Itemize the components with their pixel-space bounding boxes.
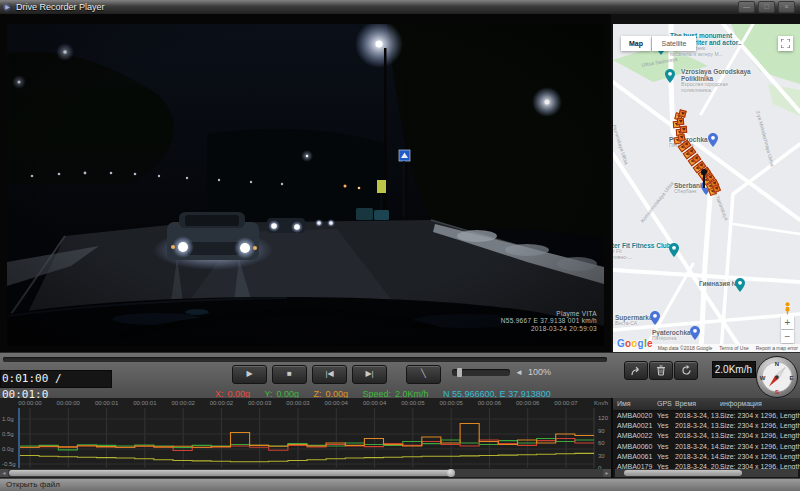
- map-zoom-out-button[interactable]: −: [781, 330, 794, 343]
- stop-icon: ■: [287, 369, 292, 378]
- video-stamp-overlay: Playme VITA N55.9667 E 37.9138 001 km/h …: [501, 310, 597, 333]
- file-row[interactable]: AMBA0061Yes2018-3-24, 14...Size: 2304 x …: [613, 452, 800, 462]
- file-row[interactable]: AMBA0022Yes2018-3-24, 13...Size: 2304 x …: [613, 431, 800, 441]
- file-cell-name: AMBA0022: [617, 431, 652, 441]
- volume-thumb[interactable]: [457, 368, 462, 377]
- svg-text:00:00:02: 00:00:02: [171, 400, 195, 406]
- map-zoom-in-button[interactable]: +: [781, 316, 794, 329]
- volume-slider[interactable]: [452, 369, 510, 376]
- titlebar: ▶ Drive Recorder Player — □ ×: [0, 0, 800, 14]
- refresh-button[interactable]: [674, 361, 698, 380]
- terms-of-use-link[interactable]: Terms of Use: [719, 345, 748, 351]
- report-error-link[interactable]: Report a map error: [756, 345, 798, 351]
- status-bar: Открыть файл: [0, 478, 800, 491]
- file-row[interactable]: AMBA0060Yes2018-3-24, 14...Size: 2304 x …: [613, 442, 800, 452]
- street-label: Ulitsa Sadovaya: [641, 56, 678, 68]
- file-column-header[interactable]: информация: [720, 398, 762, 410]
- drive-recorder-player-window: ▶ Drive Recorder Player — □ ×: [0, 0, 800, 491]
- map-poi-label[interactable]: SupermarketВеста-СА: [615, 314, 655, 327]
- map-poi-label[interactable]: SberbankСбербанк: [674, 182, 704, 195]
- file-cell-gps: Yes: [657, 411, 668, 421]
- play-button[interactable]: ▶: [232, 365, 267, 384]
- previous-file-button[interactable]: |◀: [312, 365, 347, 384]
- file-row[interactable]: AMBA0179Yes2018-3-24, 20...Size: 2304 x …: [613, 462, 800, 469]
- next-file-button[interactable]: ▶|: [352, 365, 387, 384]
- file-list-scrollbar[interactable]: [615, 469, 798, 477]
- video-viewport[interactable]: Playme VITA N55.9667 E 37.9138 001 km/h …: [0, 14, 611, 352]
- svg-text:00:00:03: 00:00:03: [286, 400, 310, 406]
- file-cell-gps: Yes: [657, 442, 668, 452]
- map-poi-label[interactable]: Mister Fit Fitness ClubMister FitСпортив…: [613, 242, 671, 260]
- file-cell-name: AMBA0179: [617, 462, 652, 469]
- file-row[interactable]: AMBA0021Yes2018-3-24, 13...Size: 2304 x …: [613, 421, 800, 431]
- map-poi-pin-icon[interactable]: [735, 278, 745, 292]
- svg-text:00:00:06: 00:00:06: [478, 400, 502, 406]
- map-poi-pin-icon[interactable]: [690, 326, 700, 340]
- file-cell-info: Size: 2304 x 1296, Length: [720, 442, 800, 452]
- graph-scrollbar[interactable]: ◄ ►: [0, 469, 611, 477]
- map-poi-pin-icon[interactable]: [708, 133, 718, 147]
- map-type-map-button[interactable]: Map: [621, 36, 651, 51]
- svg-text:00:00:01: 00:00:01: [95, 400, 119, 406]
- file-cell-time: 2018-3-24, 13...: [675, 421, 724, 431]
- export-icon: [630, 366, 642, 376]
- file-cell-info: Size: 2304 x 1296, Length: [720, 452, 800, 462]
- map-fullscreen-button[interactable]: [778, 36, 793, 51]
- street-label: Pionerskaya Ulitsa: [613, 124, 630, 165]
- map-poi-pin-icon[interactable]: [650, 311, 660, 325]
- map-poi-pin-icon[interactable]: [669, 243, 679, 257]
- route-arrow: [678, 109, 686, 117]
- file-column-header[interactable]: Время: [675, 398, 696, 410]
- compass-s: S: [775, 389, 779, 395]
- svg-text:60: 60: [598, 440, 605, 446]
- route-end-marker: [703, 172, 705, 188]
- file-cell-gps: Yes: [657, 431, 668, 441]
- time-display: 0:01:00 / 00:01:0: [0, 370, 112, 388]
- refresh-icon: [681, 365, 692, 376]
- svg-text:00:00:01: 00:00:01: [133, 400, 157, 406]
- window-title: Drive Recorder Player: [16, 2, 105, 12]
- street-label: 2-ya Molodezhnaya Ulitsa: [755, 110, 776, 167]
- scroll-right-arrow[interactable]: ►: [603, 469, 611, 477]
- status-text: Открыть файл: [6, 480, 60, 489]
- file-cell-info: Size: 2304 x 1296, Length: [720, 462, 800, 469]
- trash-icon: [656, 365, 666, 376]
- play-icon: ▶: [246, 369, 252, 378]
- export-button[interactable]: [624, 361, 648, 380]
- file-row[interactable]: AMBA0020Yes2018-3-24, 13...Size: 2304 x …: [613, 411, 800, 421]
- video-stamp-brand: Playme VITA: [501, 310, 597, 318]
- svg-text:00:00:03: 00:00:03: [248, 400, 272, 406]
- seek-bar[interactable]: [3, 357, 607, 362]
- map-poi-pin-icon[interactable]: [665, 69, 675, 83]
- file-cell-time: 2018-3-24, 20...: [675, 462, 724, 469]
- map-type-satellite-button[interactable]: Satellite: [652, 36, 696, 51]
- file-list-rows: AMBA0020Yes2018-3-24, 13...Size: 2304 x …: [613, 411, 800, 469]
- fullscreen-icon: [781, 39, 790, 48]
- video-scene: [7, 24, 604, 346]
- svg-text:00:00:05: 00:00:05: [401, 400, 425, 406]
- control-bar: 0:01:00 / 00:01:0 ▶ ■ |◀ ▶| ╲ ◄ 100% X:0…: [0, 352, 800, 398]
- file-column-header[interactable]: GPS: [657, 398, 672, 410]
- svg-text:0.5g: 0.5g: [2, 431, 14, 437]
- minimize-button[interactable]: —: [738, 1, 755, 13]
- svg-text:90: 90: [598, 428, 605, 434]
- close-button[interactable]: ×: [778, 1, 795, 13]
- scroll-left-arrow[interactable]: ◄: [0, 469, 8, 477]
- google-logo: Google: [617, 338, 653, 349]
- stop-button[interactable]: ■: [272, 365, 307, 384]
- line-tool-button[interactable]: ╲: [406, 365, 441, 384]
- svg-text:00:00:07: 00:00:07: [554, 400, 578, 406]
- compass: N E S W: [756, 356, 798, 398]
- map-poi-label[interactable]: Vzroslaya GorodskayaPoliklinikaВзрослая …: [681, 68, 751, 93]
- delete-button[interactable]: [649, 361, 673, 380]
- file-list-scrollbar-thumb[interactable]: [624, 470, 742, 476]
- file-cell-gps: Yes: [657, 452, 668, 462]
- file-column-header[interactable]: Имя: [617, 398, 631, 410]
- maximize-button[interactable]: □: [758, 1, 775, 13]
- street-label: Komsomolskaya Ulitsa: [639, 180, 675, 224]
- file-list-header[interactable]: ИмяGPSВремяинформация: [613, 398, 800, 411]
- svg-text:Km/h: Km/h: [594, 400, 608, 406]
- map-poi-label[interactable]: PyaterochkaПятёрочка: [652, 329, 691, 342]
- map-view[interactable]: Ulitsa SadovayaPionerskaya UlitsaKomsomo…: [613, 24, 800, 352]
- graph-scrollbar-thumb[interactable]: [9, 470, 453, 476]
